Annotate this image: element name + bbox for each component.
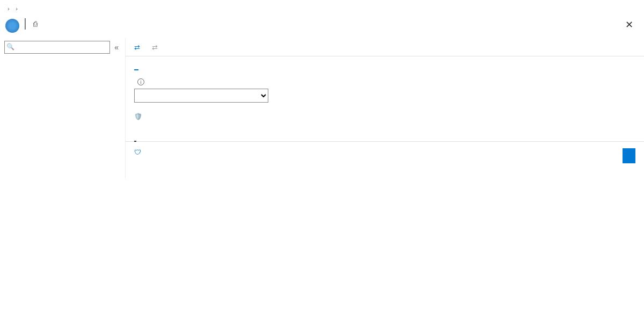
main-content: ⇄ ⇄ i 🛡️ (126, 38, 644, 178)
detach-nic-button: ⇄ (152, 44, 160, 52)
blade-header: | ⎙ ✕ (0, 15, 644, 38)
vm-icon (5, 19, 19, 33)
sidebar: « (0, 38, 126, 178)
rules-tabs (126, 125, 644, 142)
sidebar-section-settings (0, 56, 125, 64)
detach-icon: ⇄ (152, 44, 158, 52)
tab-outbound[interactable] (150, 134, 152, 141)
page-title: | (24, 17, 27, 30)
nic-tab[interactable] (134, 62, 138, 70)
ipconfig-select[interactable] (134, 89, 268, 103)
collapse-sidebar-icon[interactable]: « (112, 43, 121, 52)
ipconfig-label: i (134, 78, 635, 85)
close-icon[interactable]: ✕ (625, 19, 639, 31)
add-inbound-rule-button[interactable] (623, 148, 635, 163)
breadcrumb: › › (0, 0, 644, 15)
attach-icon: ⇄ (134, 44, 140, 52)
tab-lb[interactable] (182, 134, 185, 141)
info-icon[interactable]: i (137, 78, 144, 85)
attach-nic-button[interactable]: ⇄ (134, 44, 142, 52)
chevron-right-icon: › (13, 5, 20, 12)
shield-icon: 🛡️ (134, 113, 142, 120)
tab-asg[interactable] (166, 134, 169, 141)
chevron-right-icon: › (5, 5, 12, 12)
shield-icon: 🛡 (134, 148, 141, 156)
tab-inbound[interactable] (134, 134, 136, 142)
print-icon[interactable]: ⎙ (33, 20, 38, 28)
search-input[interactable] (4, 41, 110, 54)
horizontal-scrollbar[interactable] (134, 170, 635, 178)
command-bar: ⇄ ⇄ (126, 38, 644, 56)
